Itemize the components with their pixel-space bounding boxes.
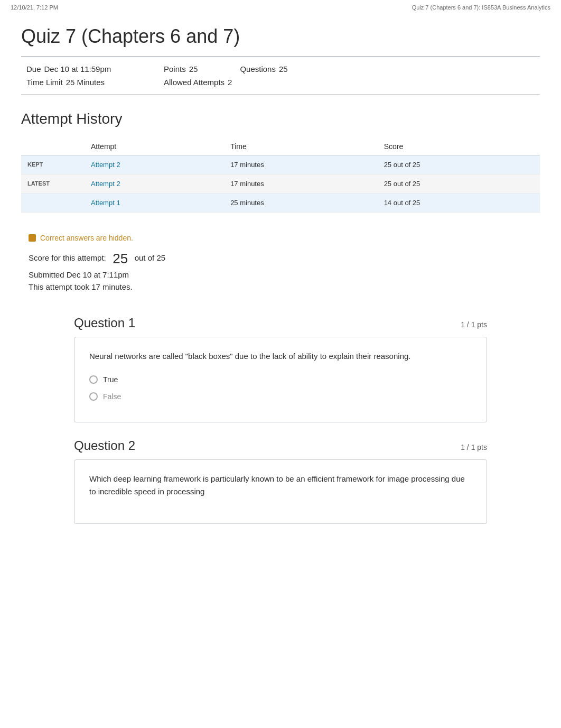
question-header: Question 1 1 / 1 pts — [74, 316, 487, 330]
row-badge — [21, 193, 85, 213]
question-section-2: Question 2 1 / 1 pts Which deep learning… — [74, 438, 487, 524]
attempt-history-title: Attempt History — [21, 110, 540, 127]
row-attempt[interactable]: Attempt 2 — [85, 174, 224, 193]
question-points: 1 / 1 pts — [461, 320, 487, 329]
answer-text: False — [103, 392, 121, 401]
points-value: 25 — [189, 64, 198, 73]
questions-label: Questions — [240, 64, 276, 73]
score-number: 25 — [113, 251, 128, 266]
answer-option: False — [89, 392, 472, 401]
correct-answers-notice: Correct answers are hidden. — [29, 234, 532, 242]
submitted-line: Submitted Dec 10 at 7:11pm — [29, 270, 532, 279]
score-out-of: out of 25 — [135, 253, 165, 262]
timelimit-value: 25 Minutes — [66, 78, 105, 87]
attempt-history-section: Attempt History Attempt Time Score KEPT … — [21, 110, 540, 213]
question-box: Which deep learning framework is particu… — [74, 459, 487, 524]
allowed-attempts-value: 2 — [228, 78, 232, 87]
allowed-attempts-label: Allowed Attempts — [164, 78, 225, 87]
timelimit-label: Time Limit — [26, 78, 63, 87]
question-section-1: Question 1 1 / 1 pts Neural networks are… — [74, 316, 487, 422]
question-box: Neural networks are called "black boxes"… — [74, 337, 487, 422]
questions-value: 25 — [279, 64, 288, 73]
radio-circle[interactable] — [89, 375, 98, 384]
score-section: Correct answers are hidden. Score for th… — [21, 228, 540, 300]
quiz-meta: Due Dec 10 at 11:59pm Time Limit 25 Minu… — [21, 57, 540, 95]
col-time: Time — [224, 138, 378, 155]
radio-circle[interactable] — [89, 392, 98, 401]
attempt-table: Attempt Time Score KEPT Attempt 2 17 min… — [21, 138, 540, 213]
due-label: Due — [26, 64, 41, 73]
score-label: Score for this attempt: — [29, 253, 106, 262]
score-line: Score for this attempt: 25 out of 25 — [29, 251, 532, 267]
row-badge: KEPT — [21, 155, 85, 174]
question-title: Question 2 — [74, 438, 135, 453]
answer-option: True — [89, 375, 472, 384]
question-text: Neural networks are called "black boxes"… — [89, 350, 472, 363]
question-header: Question 2 1 / 1 pts — [74, 438, 487, 453]
row-time: 17 minutes — [224, 155, 378, 174]
row-attempt[interactable]: Attempt 2 — [85, 155, 224, 174]
table-row: LATEST Attempt 2 17 minutes 25 out of 25 — [21, 174, 540, 193]
table-row: Attempt 1 25 minutes 14 out of 25 — [21, 193, 540, 213]
due-value: Dec 10 at 11:59pm — [44, 64, 111, 73]
row-score: 25 out of 25 — [378, 174, 540, 193]
question-points: 1 / 1 pts — [461, 443, 487, 451]
row-time: 17 minutes — [224, 174, 378, 193]
question-text: Which deep learning framework is particu… — [89, 473, 472, 498]
page-subtitle: Quiz 7 (Chapters 6 and 7): IS853A Busine… — [412, 4, 550, 11]
points-label: Points — [164, 64, 186, 73]
duration-line: This attempt took 17 minutes. — [29, 282, 532, 291]
question-title: Question 1 — [74, 316, 135, 330]
row-score: 14 out of 25 — [378, 193, 540, 213]
row-time: 25 minutes — [224, 193, 378, 213]
row-badge: LATEST — [21, 174, 85, 193]
row-score: 25 out of 25 — [378, 155, 540, 174]
page-title: Quiz 7 (Chapters 6 and 7) — [21, 20, 540, 56]
notice-text: Correct answers are hidden. — [40, 234, 133, 242]
col-badge — [21, 138, 85, 155]
table-row: KEPT Attempt 2 17 minutes 25 out of 25 — [21, 155, 540, 174]
row-attempt[interactable]: Attempt 1 — [85, 193, 224, 213]
notice-icon — [29, 234, 36, 242]
answer-text: True — [103, 375, 118, 384]
timestamp: 12/10/21, 7:12 PM — [11, 4, 58, 11]
col-score: Score — [378, 138, 540, 155]
col-attempt: Attempt — [85, 138, 224, 155]
